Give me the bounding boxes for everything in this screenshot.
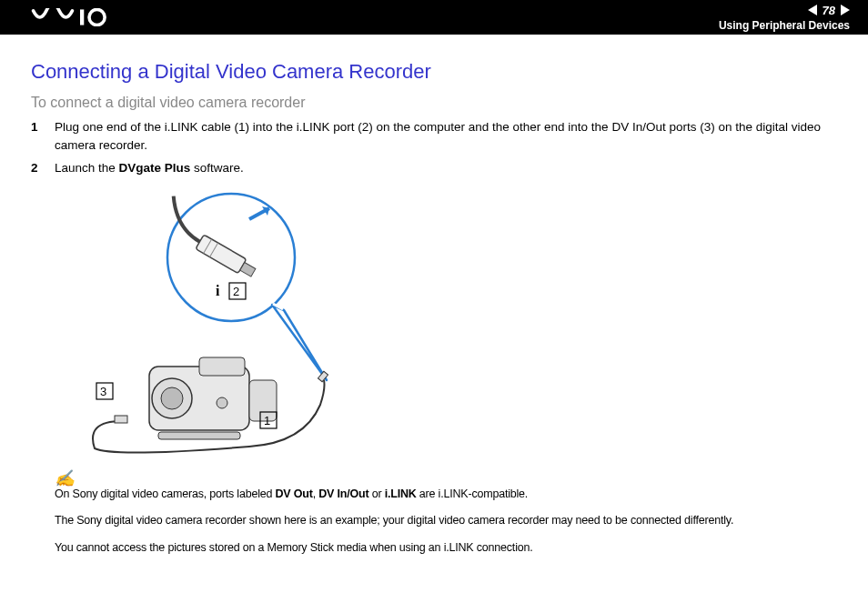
port-label: DV Out bbox=[276, 487, 313, 500]
svg-rect-10 bbox=[249, 380, 277, 421]
step-item: 1 Plug one end of the i.LINK cable (1) i… bbox=[31, 118, 837, 154]
header-right: 78 Using Peripheral Devices bbox=[719, 4, 850, 32]
step-text-part: software. bbox=[190, 161, 244, 175]
port-label: i.LINK bbox=[385, 487, 417, 500]
page-content: Connecting a Digital Video Camera Record… bbox=[0, 35, 868, 556]
note-line-3: You cannot access the pictures stored on… bbox=[55, 540, 837, 557]
vaio-logo-svg bbox=[27, 8, 115, 26]
header-bar: 78 Using Peripheral Devices bbox=[0, 0, 868, 35]
svg-point-11 bbox=[217, 397, 227, 408]
prev-page-icon[interactable] bbox=[808, 5, 817, 15]
note-icon: ✍ bbox=[55, 468, 837, 488]
software-name: DVgate Plus bbox=[119, 161, 191, 175]
page-nav: 78 bbox=[719, 4, 850, 17]
svg-rect-0 bbox=[80, 9, 84, 25]
diagram-svg: i 2 3 1 bbox=[67, 185, 395, 457]
svg-point-1 bbox=[89, 9, 105, 25]
svg-rect-12 bbox=[158, 432, 240, 439]
next-page-icon[interactable] bbox=[841, 5, 850, 15]
step-text: Launch the DVgate Plus software. bbox=[55, 159, 837, 177]
svg-point-8 bbox=[161, 387, 183, 409]
port-label: DV In/Out bbox=[318, 487, 368, 500]
page-title: Connecting a Digital Video Camera Record… bbox=[31, 60, 837, 84]
section-title: Using Peripheral Devices bbox=[719, 19, 850, 32]
vaio-logo bbox=[27, 8, 115, 26]
note-line-2: The Sony digital video camera recorder s… bbox=[55, 513, 837, 529]
step-number: 2 bbox=[31, 159, 55, 177]
connection-diagram: i 2 3 1 bbox=[67, 185, 837, 461]
callout-tail bbox=[272, 305, 327, 380]
step-text-part: Launch the bbox=[55, 161, 119, 175]
page-subtitle: To connect a digital video camera record… bbox=[31, 95, 837, 111]
ilink-port-icon: i bbox=[216, 283, 220, 298]
step-item: 2 Launch the DVgate Plus software. bbox=[31, 159, 837, 177]
svg-rect-9 bbox=[199, 357, 245, 376]
label-2: 2 bbox=[233, 285, 239, 298]
notes-block: On Sony digital video cameras, ports lab… bbox=[55, 487, 837, 557]
camera-recorder bbox=[149, 357, 277, 439]
svg-rect-14 bbox=[115, 416, 127, 423]
label-1: 1 bbox=[264, 414, 270, 427]
label-3: 3 bbox=[100, 385, 106, 398]
step-text: Plug one end of the i.LINK cable (1) int… bbox=[55, 118, 837, 154]
step-list: 1 Plug one end of the i.LINK cable (1) i… bbox=[31, 118, 837, 177]
step-number: 1 bbox=[31, 118, 55, 154]
note-line-1: On Sony digital video cameras, ports lab… bbox=[55, 487, 837, 503]
page-number: 78 bbox=[823, 4, 835, 17]
